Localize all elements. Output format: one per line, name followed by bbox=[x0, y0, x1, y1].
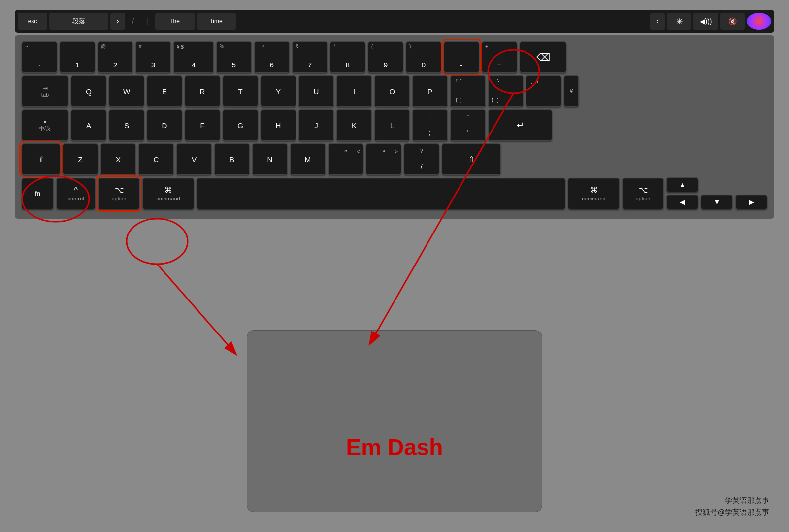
key-7[interactable]: & 7 bbox=[292, 41, 328, 73]
qwerty-row: ⇥ tab Q W E R T Y U I O P 「 { 【 [ 」 } 】 … bbox=[22, 75, 767, 107]
tb-siri[interactable] bbox=[747, 13, 771, 30]
tb-time[interactable]: Time bbox=[197, 13, 236, 30]
key-y[interactable]: Y bbox=[261, 75, 296, 107]
key-option-right[interactable]: ⌥ option bbox=[622, 178, 664, 209]
tb-angle-l: ‹ bbox=[650, 13, 665, 30]
key-semicolon[interactable]: ； ; bbox=[412, 109, 448, 141]
key-4[interactable]: ¥ $ 4 bbox=[173, 41, 214, 73]
key-arrow-right[interactable]: ▶ bbox=[735, 195, 767, 209]
key-slash[interactable]: ? / bbox=[404, 143, 439, 175]
key-l[interactable]: L bbox=[374, 109, 410, 141]
key-bracket-r[interactable]: 」 } 】 ] bbox=[488, 75, 524, 107]
key-arrow-down[interactable]: ▼ bbox=[701, 195, 733, 209]
key-minus[interactable]: - - bbox=[444, 41, 479, 73]
key-period[interactable]: » > bbox=[366, 143, 401, 175]
key-a[interactable]: A bbox=[71, 109, 106, 141]
key-0[interactable]: ) 0 bbox=[406, 41, 441, 73]
watermark: 学英语那点事 搜狐号@学英语那点事 bbox=[695, 495, 769, 518]
tb-angle-r: › bbox=[110, 13, 125, 30]
key-comma[interactable]: « < bbox=[328, 143, 363, 175]
key-yen[interactable]: ¥ bbox=[564, 75, 579, 107]
key-3[interactable]: # 3 bbox=[135, 41, 171, 73]
tb-slash: / bbox=[127, 13, 139, 30]
em-dash-label: Em Dash bbox=[346, 434, 443, 461]
svg-line-3 bbox=[157, 264, 236, 355]
key-j[interactable]: J bbox=[298, 109, 334, 141]
key-6[interactable]: … ^ 6 bbox=[254, 41, 290, 73]
number-row: ~ · ! 1 @ 2 # 3 ¥ $ 4 % 5 … ^ 6 bbox=[22, 41, 767, 73]
key-9[interactable]: ( 9 bbox=[368, 41, 403, 73]
key-command-left[interactable]: ⌘ command bbox=[142, 178, 194, 209]
zxcv-row: ⇧ Z X C V B N M « < » > ? / ⇧ bbox=[22, 143, 767, 175]
key-p[interactable]: P bbox=[412, 75, 448, 107]
key-s[interactable]: S bbox=[109, 109, 144, 141]
key-equals[interactable]: + = bbox=[482, 41, 517, 73]
key-arrow-left[interactable]: ◀ bbox=[666, 195, 698, 209]
key-b[interactable]: B bbox=[214, 143, 250, 175]
key-backtick[interactable]: ~ · bbox=[22, 41, 57, 73]
touch-bar: esc 段落 › / | The Time ‹ ✳ ◀))) 🔇 bbox=[15, 10, 774, 33]
key-g[interactable]: G bbox=[223, 109, 258, 141]
key-caps[interactable]: ● 中/英 bbox=[22, 109, 68, 141]
key-c[interactable]: C bbox=[138, 143, 174, 175]
key-o[interactable]: O bbox=[374, 75, 410, 107]
tb-brightness[interactable]: ✳ bbox=[667, 13, 691, 30]
key-q[interactable]: Q bbox=[71, 75, 106, 107]
key-n[interactable]: N bbox=[252, 143, 288, 175]
key-control-left[interactable]: ^ control bbox=[56, 178, 96, 209]
key-r[interactable]: R bbox=[185, 75, 220, 107]
tb-duanluo[interactable]: 段落 bbox=[49, 13, 108, 30]
key-quote[interactable]: " ' bbox=[450, 109, 486, 141]
keyboard: ~ · ! 1 @ 2 # 3 ¥ $ 4 % 5 … ^ 6 bbox=[15, 35, 774, 219]
key-5[interactable]: % 5 bbox=[216, 41, 252, 73]
key-bracket-l[interactable]: 「 { 【 [ bbox=[450, 75, 486, 107]
key-e[interactable]: E bbox=[147, 75, 182, 107]
modifier-row: fn ^ control ⌥ option ⌘ command ⌘ comman… bbox=[22, 177, 767, 209]
key-k[interactable]: K bbox=[336, 109, 372, 141]
key-8[interactable]: * 8 bbox=[330, 41, 365, 73]
key-w[interactable]: W bbox=[109, 75, 144, 107]
esc-key[interactable]: esc bbox=[18, 13, 47, 30]
key-z[interactable]: Z bbox=[63, 143, 98, 175]
tb-the[interactable]: The bbox=[155, 13, 195, 30]
asdf-row: ● 中/英 A S D F G H J K L ； ; " ' ↵ bbox=[22, 109, 767, 141]
key-shift-left[interactable]: ⇧ bbox=[22, 143, 60, 175]
key-space[interactable] bbox=[197, 178, 565, 209]
key-tab[interactable]: ⇥ tab bbox=[22, 75, 68, 107]
key-u[interactable]: U bbox=[298, 75, 334, 107]
key-t[interactable]: T bbox=[223, 75, 258, 107]
key-f[interactable]: F bbox=[185, 109, 220, 141]
key-1[interactable]: ! 1 bbox=[60, 41, 95, 73]
key-fn[interactable]: fn bbox=[22, 178, 54, 209]
arrow-cluster: ▲ ◀ ▼ ▶ bbox=[666, 177, 767, 209]
trackpad[interactable] bbox=[247, 330, 542, 512]
tb-volume[interactable]: ◀))) bbox=[693, 13, 718, 30]
key-x[interactable]: X bbox=[100, 143, 136, 175]
key-2[interactable]: @ 2 bbox=[98, 41, 133, 73]
key-h[interactable]: H bbox=[261, 109, 296, 141]
key-backslash[interactable]: 、 \ bbox=[526, 75, 561, 107]
key-d[interactable]: D bbox=[147, 109, 182, 141]
key-v[interactable]: V bbox=[176, 143, 212, 175]
key-command-right[interactable]: ⌘ command bbox=[568, 178, 620, 209]
svg-point-1 bbox=[127, 219, 188, 264]
tb-pipe: | bbox=[141, 13, 153, 30]
key-m[interactable]: M bbox=[290, 143, 326, 175]
key-arrow-up[interactable]: ▲ bbox=[666, 177, 698, 192]
key-option-left[interactable]: ⌥ option bbox=[98, 178, 140, 209]
key-shift-right[interactable]: ⇧ bbox=[442, 143, 501, 175]
key-i[interactable]: I bbox=[336, 75, 372, 107]
tb-mute[interactable]: 🔇 bbox=[720, 13, 745, 30]
key-delete[interactable]: ⌫ bbox=[520, 41, 566, 73]
key-return[interactable]: ↵ bbox=[488, 109, 552, 141]
